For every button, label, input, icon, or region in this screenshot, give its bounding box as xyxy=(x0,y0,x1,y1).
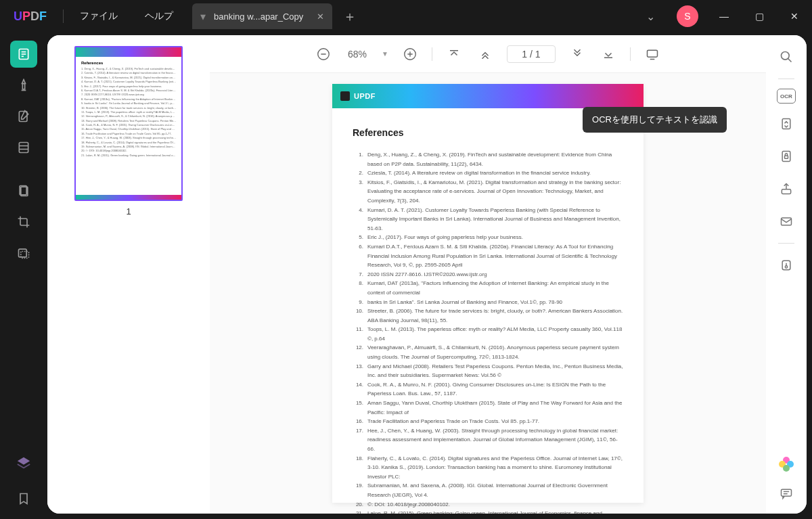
reference-item: 12.Veeraraghavan, P., Almuairfi, S., & C… xyxy=(353,343,623,361)
reference-item: 11.Toops, L. M. (2013). The paperless of… xyxy=(353,325,623,343)
brand-mark-icon xyxy=(340,91,350,101)
svg-rect-32 xyxy=(782,489,792,496)
view-toolbar: 68% ▼ 1 / 1 xyxy=(210,35,766,73)
document-tab[interactable]: ▾ banking w...apar_Copy ✕ xyxy=(192,3,332,29)
svg-rect-27 xyxy=(782,189,790,194)
svg-rect-20 xyxy=(647,50,657,57)
maximize-button[interactable]: ▢ xyxy=(744,3,774,30)
ocr-button[interactable]: OCR xyxy=(777,89,796,104)
reference-item: 3.Kitsios, F., Giatsidis, I., & Kamariot… xyxy=(353,178,623,206)
email-button[interactable] xyxy=(774,209,798,233)
convert-button[interactable] xyxy=(774,112,798,136)
minimize-button[interactable]: — xyxy=(709,3,739,30)
title-bar: UPDF ファイル ヘルプ ▾ banking w...apar_Copy ✕ … xyxy=(0,0,812,32)
left-toolbar xyxy=(0,32,47,519)
svg-point-22 xyxy=(782,52,790,60)
tab-title: banking w...apar_Copy xyxy=(214,12,303,22)
compress-button[interactable] xyxy=(774,253,798,277)
zoom-in-button[interactable] xyxy=(401,45,420,64)
organize-tool[interactable] xyxy=(10,134,37,161)
reference-item: 7.2020 ISSN 2277-8616. IJSTR©2020.www.ij… xyxy=(353,270,623,279)
app-logo: UPDF xyxy=(0,9,60,24)
separator xyxy=(630,47,631,61)
thumb-header-gradient xyxy=(76,47,181,57)
reference-item: 9.banks in Sri Lanka". Sri Lanka Journal… xyxy=(353,298,623,307)
search-button[interactable] xyxy=(774,45,798,69)
svg-rect-11 xyxy=(19,249,27,257)
protect-button[interactable] xyxy=(774,144,798,168)
close-button[interactable]: ✕ xyxy=(780,3,809,30)
last-page-button[interactable] xyxy=(599,45,618,64)
document-scroll[interactable]: UPDF References 1.Deng, X., Huang, Z., &… xyxy=(210,73,766,514)
pdf-page: UPDF References 1.Deng, X., Huang, Z., &… xyxy=(332,84,644,503)
svg-rect-25 xyxy=(782,152,790,162)
tab-close-icon[interactable]: ✕ xyxy=(317,12,324,22)
workspace: References 1. Deng, X., Huang, Z., & Che… xyxy=(0,32,812,519)
prev-page-button[interactable] xyxy=(476,45,495,64)
brand-text: UPDF xyxy=(354,92,376,100)
svg-rect-28 xyxy=(782,218,792,225)
svg-rect-26 xyxy=(785,156,788,158)
document-area: 68% ▼ 1 / 1 xyxy=(210,35,766,514)
menu-file[interactable]: ファイル xyxy=(66,10,131,22)
tab-menu-icon[interactable]: ▾ xyxy=(200,10,206,23)
thumbnail-panel: References 1. Deng, X., Huang, Z., & Che… xyxy=(47,35,210,514)
zoom-value: 68% xyxy=(345,49,369,60)
reference-item: 8.Kumari, DAT (2013a), "Factors Influenc… xyxy=(353,279,623,297)
add-tab-button[interactable]: ＋ xyxy=(332,7,367,26)
ocr-tooltip: OCRを使用してテキストを認識 xyxy=(583,107,727,133)
thumb-footer-gradient xyxy=(76,195,181,200)
comment-button[interactable] xyxy=(774,481,798,505)
user-avatar[interactable]: S xyxy=(677,5,698,27)
thumb-heading: References xyxy=(81,61,176,65)
reference-item: 2.Cziesla, T. (2014). A literature revie… xyxy=(353,168,623,178)
zoom-dropdown-icon[interactable]: ▼ xyxy=(382,50,388,58)
edit-tool[interactable] xyxy=(10,103,37,130)
svg-rect-6 xyxy=(19,143,28,153)
reference-item: 20.©: DOI: 10.4018/jegr.2008040102. xyxy=(353,500,623,510)
layers-tool[interactable] xyxy=(10,450,37,477)
first-page-button[interactable] xyxy=(445,45,464,64)
separator xyxy=(778,78,794,79)
references-list: 1.Deng, X., Huang, Z., & Cheng, X. (2019… xyxy=(353,150,623,514)
content-panel: References 1. Deng, X., Huang, Z., & Che… xyxy=(47,35,807,514)
separator xyxy=(778,243,794,244)
bookmark-tool[interactable] xyxy=(10,485,37,512)
reference-item: 5.Eric J., (2017). Four ways of going pa… xyxy=(353,233,623,242)
reference-item: 6.Kumari D.A.T., Ferdous Azam S. M. & Si… xyxy=(353,242,623,270)
thumbnail-number: 1 xyxy=(126,206,131,217)
thumbnail-page-1[interactable]: References 1. Deng, X., Huang, Z., & Che… xyxy=(74,46,183,201)
redact-tool[interactable] xyxy=(10,240,37,267)
reference-item: 13.Garry and Michael (2008). Retailers T… xyxy=(353,362,623,380)
zoom-out-button[interactable] xyxy=(314,45,333,64)
presentation-button[interactable] xyxy=(643,45,662,64)
svg-point-30 xyxy=(785,266,787,268)
ai-assistant-icon[interactable] xyxy=(779,457,794,472)
page-header-gradient: UPDF xyxy=(332,84,644,108)
crop-tool[interactable] xyxy=(10,208,37,235)
page-number-input[interactable]: 1 / 1 xyxy=(507,45,556,63)
svg-rect-4 xyxy=(22,84,24,89)
reference-item: 18.Flaherty, C., & Lovato, C. (2014). Di… xyxy=(353,454,623,482)
reference-item: 19.Subramanian, M. and Saxena, A. (2008)… xyxy=(353,481,623,499)
reference-item: 10.Streeter, B. (2006). The future for t… xyxy=(353,307,623,325)
reference-item: 15.Aman Saggu, Yann Duval, Chorthip Utok… xyxy=(353,399,623,417)
next-page-button[interactable] xyxy=(568,45,587,64)
reference-item: 21.Lalon, R. M. (2015). Green banking: G… xyxy=(353,509,623,514)
divider xyxy=(63,9,64,23)
right-toolbar: OCR xyxy=(766,35,807,514)
form-tool[interactable] xyxy=(10,177,37,204)
menu-help[interactable]: ヘルプ xyxy=(131,10,187,22)
tabs-dropdown-icon[interactable]: ⌄ xyxy=(635,10,666,23)
svg-line-23 xyxy=(788,59,792,62)
reference-item: 1.Deng, X., Huang, Z., & Cheng, X. (2019… xyxy=(353,150,623,168)
share-button[interactable] xyxy=(774,177,798,201)
reference-item: 16.Trade Facilitation and Paperless Trad… xyxy=(353,417,623,426)
reference-item: 14.Cook, R. A., & Munro, N. F. (2001). G… xyxy=(353,380,623,399)
thumbnails-tool[interactable] xyxy=(10,41,37,68)
separator xyxy=(432,47,432,61)
highlight-tool[interactable] xyxy=(10,72,37,99)
reference-item: 17.Hee, J., Chen, Y., & Huang, W. (2003)… xyxy=(353,426,623,454)
reference-item: 4.Kumari, D. A. T. (2021). Customer Loya… xyxy=(353,206,623,233)
